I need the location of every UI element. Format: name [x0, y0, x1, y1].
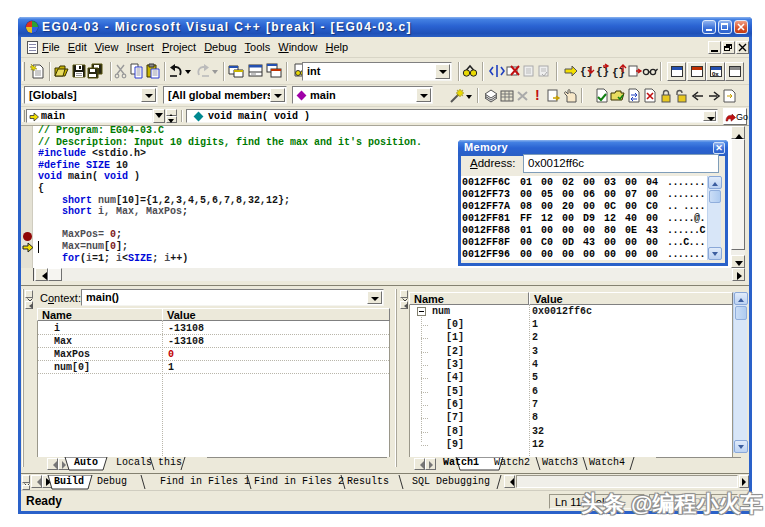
svg-text:{}: {} — [596, 66, 609, 78]
